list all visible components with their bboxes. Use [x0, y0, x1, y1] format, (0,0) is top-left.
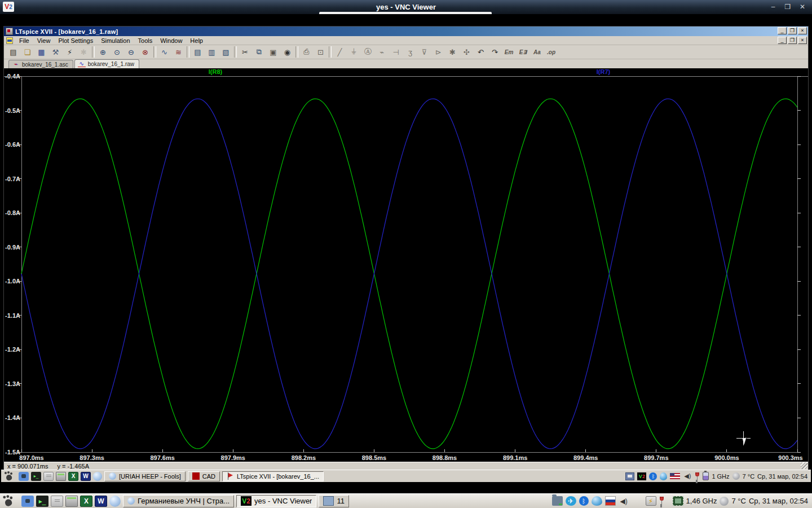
open-button[interactable]: ❏	[21, 46, 34, 58]
autorange-y-axis-button[interactable]: ∿	[158, 46, 171, 58]
ground-button[interactable]: ⏚	[347, 46, 360, 58]
word-icon[interactable]: W	[81, 472, 91, 481]
paste-button[interactable]: ▣	[267, 46, 280, 58]
menu-plot-settings[interactable]: Plot Settings	[54, 37, 97, 45]
cpu-chip-tray-icon[interactable]	[673, 496, 683, 506]
rotate-button[interactable]: E∃	[517, 46, 529, 58]
move-button[interactable]: ✱	[446, 46, 459, 58]
menu-window[interactable]: Window	[156, 37, 186, 45]
halt-button[interactable]: ✱	[77, 46, 90, 58]
file-manager-tray-icon[interactable]	[552, 496, 563, 506]
task-cad[interactable]: CAD	[188, 471, 220, 481]
task-window-group[interactable]: 11	[319, 495, 349, 507]
menu-tools[interactable]: Tools	[134, 37, 157, 45]
zoom-full-extents-button[interactable]: ⊗	[139, 46, 152, 58]
word-icon[interactable]: W	[95, 496, 107, 507]
zoom-in-button[interactable]: ⊕	[96, 46, 109, 58]
battery-charging-tray-icon[interactable]: ⚡	[646, 496, 656, 506]
print-button[interactable]: ⎙	[300, 46, 313, 58]
menu-simulation[interactable]: Simulation	[97, 37, 134, 45]
clock-text[interactable]: Ср, 31 мар, 02:54	[749, 497, 808, 505]
spice-directive-button[interactable]: .op	[545, 46, 558, 58]
wine-tray-icon[interactable]	[659, 496, 670, 506]
us-flag-keyboard-icon[interactable]	[670, 473, 680, 479]
task-ltspice[interactable]: LTspice XVII - [bokarev_16_...	[222, 471, 324, 481]
floppy-tray-icon[interactable]	[625, 472, 634, 480]
component-button[interactable]: ⊳	[432, 46, 445, 58]
resistor-button[interactable]: ⌁	[376, 46, 389, 58]
control-panel-button[interactable]: ⚒	[49, 46, 62, 58]
find-button[interactable]: ◉	[281, 46, 294, 58]
vnc-titlebar[interactable]: V2 yes - VNC Viewer –❒✕	[0, 0, 812, 14]
battery-tray-icon[interactable]	[703, 472, 709, 480]
file-drawer-icon[interactable]	[43, 472, 54, 481]
clock-text[interactable]: Ср, 31 мар, 02:54	[757, 473, 807, 480]
water-drop-tray-icon[interactable]	[592, 496, 602, 506]
tile-vertically-button[interactable]: ▧	[219, 46, 232, 58]
zoom-out-button[interactable]: ⊖	[125, 46, 138, 58]
screenshot-tool-icon[interactable]	[21, 496, 34, 507]
browser-sphere-icon[interactable]	[93, 472, 102, 481]
ltspice-titlebar[interactable]: LTspice XVII - [bokarev_16_1.raw] _❐×	[4, 27, 808, 36]
document-icon[interactable]	[6, 37, 13, 44]
speaker-tray-icon[interactable]: ◀)	[619, 496, 629, 506]
calculator-icon[interactable]	[56, 472, 66, 481]
telegram-tray-icon[interactable]: ✈	[566, 496, 576, 506]
new-schematic-button[interactable]: ▤	[7, 46, 20, 58]
tab-bokarev-raw[interactable]: ∿bokarev_16_1.raw	[74, 59, 139, 68]
tile-horizontally-button[interactable]: ▥	[205, 46, 218, 58]
cascade-windows-button[interactable]: ▤	[191, 46, 204, 58]
drag-button[interactable]: ✣	[460, 46, 473, 58]
mirror-button[interactable]: Em	[502, 46, 515, 58]
run-button[interactable]: ⚡	[63, 46, 76, 58]
lt-close-button[interactable]: ×	[798, 27, 807, 34]
cut-button[interactable]: ✂	[239, 46, 251, 58]
resize-grip[interactable]	[801, 462, 807, 469]
inductor-button[interactable]: ʒ	[404, 46, 417, 58]
save-button[interactable]: ▦	[35, 46, 48, 58]
task-vnc-viewer[interactable]: V2yes - VNC Viewer	[236, 495, 316, 507]
tab-bokarev-asc[interactable]: ⌁bokarev_16_1.asc	[8, 60, 73, 68]
doc-close-button[interactable]: ×	[798, 37, 807, 44]
menu-help[interactable]: Help	[186, 37, 207, 45]
vnc-minimize-button[interactable]: –	[768, 2, 778, 12]
text-button[interactable]: Aa	[531, 46, 544, 58]
file-drawer-icon[interactable]	[51, 496, 63, 507]
screenshot-tool-icon[interactable]	[19, 472, 29, 481]
ru-flag-keyboard-icon[interactable]	[605, 496, 616, 506]
zoom-area-button[interactable]: ⊙	[111, 46, 123, 58]
lt-restore-button[interactable]: ❐	[788, 27, 797, 34]
vnc-maximize-button[interactable]: ❒	[783, 2, 793, 12]
task-audio-player[interactable]: [URIAH HEEP - Fools]	[104, 471, 186, 481]
vnc-tray-icon[interactable]: V2	[637, 472, 646, 480]
signal-bars-tray-icon[interactable]	[632, 496, 643, 506]
capacitor-button[interactable]: ⊣	[390, 46, 403, 58]
waveform-plot-pane[interactable]: I(R8)I(R7) 897.0ms897.3ms897.6ms897.9ms8…	[4, 68, 808, 462]
menu-view[interactable]: View	[33, 37, 55, 45]
wine-tray-icon[interactable]	[695, 472, 700, 480]
excel-icon[interactable]: X	[68, 472, 78, 481]
redo-button[interactable]: ↷	[488, 46, 501, 58]
bluetooth-tray-icon[interactable]: ᛒ	[579, 496, 589, 506]
doc-minimize-button[interactable]: _	[778, 37, 787, 44]
doc-restore-button[interactable]: ❐	[788, 37, 797, 44]
browser-sphere-icon[interactable]	[109, 496, 121, 507]
start-menu-icon[interactable]	[2, 496, 15, 506]
speaker-tray-icon[interactable]: ◀)	[683, 472, 692, 480]
lt-minimize-button[interactable]: _	[778, 27, 787, 34]
vnc-close-button[interactable]: ✕	[797, 2, 807, 12]
diode-button[interactable]: ⊽	[418, 46, 431, 58]
start-menu-icon[interactable]	[4, 472, 14, 481]
calculator-icon[interactable]	[65, 496, 78, 507]
terminal-icon[interactable]: ▸_	[31, 472, 41, 481]
copy-button[interactable]: ⧉	[253, 46, 266, 58]
bluetooth-tray-icon[interactable]: ᛒ	[649, 472, 657, 480]
net-label-button[interactable]: Ⓐ	[361, 46, 374, 58]
water-drop-tray-icon[interactable]	[660, 472, 667, 480]
task-browser-page[interactable]: Германиевые УНЧ | Стра...	[123, 495, 234, 507]
terminal-icon[interactable]: ▸_	[36, 496, 48, 507]
undo-button[interactable]: ↶	[474, 46, 487, 58]
menu-file[interactable]: File	[15, 37, 33, 45]
excel-icon[interactable]: X	[80, 496, 92, 507]
draw-wire-button[interactable]: ╱	[333, 46, 346, 58]
